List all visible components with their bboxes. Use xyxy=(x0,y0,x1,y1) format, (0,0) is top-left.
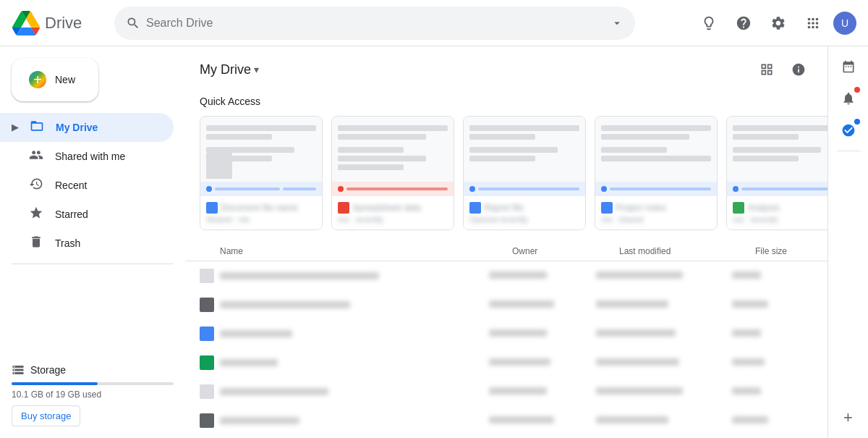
file-size xyxy=(732,328,790,339)
sidebar-item-trash-label: Trash xyxy=(55,237,80,249)
col-header-name: Name xyxy=(220,246,506,256)
logo-area: Drive xyxy=(12,11,106,35)
file-name xyxy=(220,417,299,424)
file-row[interactable]: ⋮ xyxy=(185,319,827,348)
file-name-col xyxy=(220,330,483,337)
file-modified xyxy=(596,386,726,397)
search-bar[interactable] xyxy=(114,7,635,40)
notifications-button[interactable] xyxy=(834,84,863,113)
file-row[interactable]: ⋮ xyxy=(185,261,827,290)
card-thumbnail xyxy=(332,117,454,196)
help-button[interactable] xyxy=(729,9,758,38)
calendar-button[interactable] xyxy=(834,52,863,81)
file-name xyxy=(220,388,328,395)
file-owner xyxy=(489,328,590,339)
file-name-col xyxy=(220,272,483,279)
emoji-ideas-button[interactable] xyxy=(694,9,723,38)
card-meta: Shared · me xyxy=(206,215,316,224)
apps-button[interactable] xyxy=(799,9,827,38)
card-meta: me · recently xyxy=(338,215,448,224)
sidebar-item-my-drive[interactable]: ▶ My Drive xyxy=(0,113,174,142)
quick-access-card[interactable]: Spreadsheet data me · recently xyxy=(331,116,454,230)
file-thumbnail xyxy=(200,269,214,283)
sidebar-item-starred[interactable]: Starred xyxy=(0,200,174,229)
search-icon xyxy=(126,16,140,30)
search-input[interactable] xyxy=(146,17,605,30)
sidebar-item-starred-label: Starred xyxy=(55,209,88,220)
sidebar-item-my-drive-label: My Drive xyxy=(56,122,98,133)
new-button[interactable]: + New xyxy=(12,58,98,101)
card-info: Spreadsheet data me · recently xyxy=(332,196,454,229)
sidebar-divider xyxy=(12,264,174,264)
quick-access-card[interactable]: Report file Opened recently xyxy=(463,116,586,230)
sidebar-item-shared-label: Shared with me xyxy=(55,151,125,162)
file-modified xyxy=(596,299,726,310)
file-name-col xyxy=(220,388,483,395)
tasks-badge xyxy=(854,119,860,125)
sidebar-item-recent[interactable]: Recent xyxy=(0,171,174,200)
file-row[interactable]: ⋮ xyxy=(185,406,827,435)
main-layout: + New ▶ My Drive Shared with me Recent xyxy=(0,46,868,438)
shared-icon xyxy=(29,148,43,166)
card-meta: me · recently xyxy=(733,215,827,224)
card-name: Analysis xyxy=(733,202,827,214)
card-meta: me · shared xyxy=(601,215,711,224)
view-actions xyxy=(752,55,813,84)
new-button-icon: + xyxy=(29,71,46,88)
tasks-button[interactable] xyxy=(834,116,863,145)
quick-access-card[interactable]: Analysis me · recently xyxy=(726,116,827,230)
storage-section: Storage 10.1 GB of 19 GB used Buy storag… xyxy=(0,358,185,432)
file-name xyxy=(220,272,379,279)
file-modified xyxy=(596,328,726,339)
add-panel-button[interactable]: + xyxy=(834,403,863,432)
file-thumbnail xyxy=(200,327,214,341)
file-owner xyxy=(489,415,590,426)
file-name xyxy=(220,301,350,308)
new-button-label: New xyxy=(55,74,75,85)
sidebar-item-trash[interactable]: Trash xyxy=(0,229,174,258)
file-row[interactable]: ⋮ xyxy=(185,290,827,319)
col-header-owner: Owner xyxy=(512,246,613,256)
settings-button[interactable] xyxy=(764,9,793,38)
info-button[interactable] xyxy=(784,55,813,84)
recent-icon xyxy=(29,177,43,195)
file-size xyxy=(732,357,790,368)
file-owner xyxy=(489,386,590,397)
card-thumbnail xyxy=(595,117,717,196)
file-name xyxy=(220,359,278,366)
file-row[interactable]: ⋮ xyxy=(185,348,827,377)
thumb-bar xyxy=(464,182,585,196)
search-dropdown-icon[interactable] xyxy=(610,17,624,30)
file-size xyxy=(732,415,790,426)
right-panel-divider xyxy=(837,151,860,151)
file-icon xyxy=(206,202,218,214)
file-icon xyxy=(733,202,744,214)
file-name xyxy=(220,330,292,337)
buy-storage-button[interactable]: Buy storage xyxy=(12,405,80,426)
file-thumbnail xyxy=(200,355,214,370)
file-list: ⋮ ⋮ xyxy=(185,261,827,438)
storage-bar-fill xyxy=(12,382,98,385)
thumb-bar xyxy=(727,182,827,196)
file-list-header: Name Owner Last modified File size xyxy=(185,242,827,261)
logo-text: Drive xyxy=(45,14,82,33)
quick-access-card[interactable]: Document file name Shared · me xyxy=(200,116,323,230)
content-title[interactable]: My Drive ▾ xyxy=(200,62,259,77)
content-area: My Drive ▾ Quick Access xyxy=(185,46,827,438)
grid-view-button[interactable] xyxy=(752,55,781,84)
card-info: Analysis me · recently xyxy=(727,196,827,229)
file-row[interactable]: ⋮ xyxy=(185,435,827,438)
drive-logo-icon xyxy=(12,11,41,35)
sidebar-item-shared[interactable]: Shared with me xyxy=(0,142,174,171)
file-modified xyxy=(596,270,726,281)
file-owner xyxy=(489,299,590,310)
thumb-bar xyxy=(332,182,454,196)
card-info: Report file Opened recently xyxy=(464,196,585,229)
file-name-col xyxy=(220,301,483,308)
quick-access-card[interactable]: Project notes me · shared xyxy=(595,116,718,230)
user-avatar[interactable]: U xyxy=(833,12,856,35)
file-row[interactable]: ⋮ xyxy=(185,377,827,406)
thumb-bar xyxy=(200,182,322,196)
col-header-size: File size xyxy=(755,246,813,256)
starred-icon xyxy=(29,206,43,224)
